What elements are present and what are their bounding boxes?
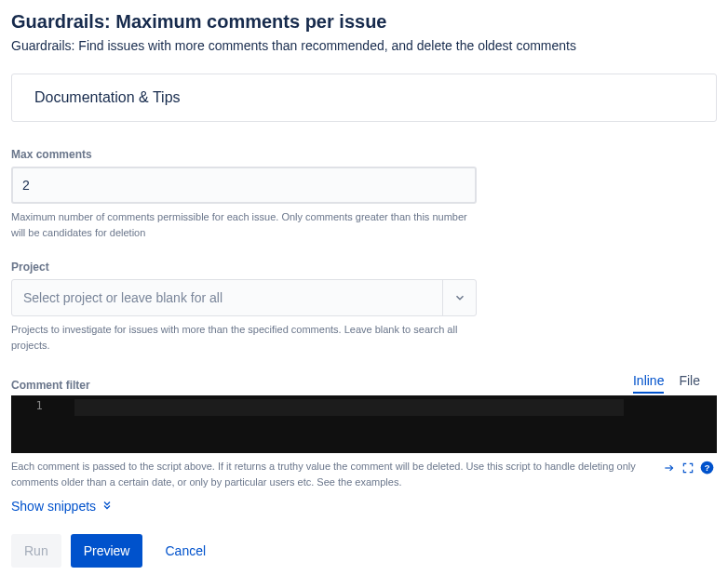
double-chevron-down-icon <box>101 499 113 514</box>
max-comments-help: Maximum number of comments permissible f… <box>11 209 477 240</box>
preview-button[interactable]: Preview <box>71 534 143 568</box>
documentation-tips-panel[interactable]: Documentation & Tips <box>11 74 717 122</box>
tab-inline[interactable]: Inline <box>633 373 664 394</box>
code-editor[interactable]: 1 <box>11 395 717 453</box>
comment-filter-label: Comment filter <box>11 379 90 392</box>
run-button: Run <box>11 534 61 568</box>
page-subtitle: Guardrails: Find issues with more commen… <box>11 38 717 53</box>
project-label: Project <box>11 261 717 274</box>
fullscreen-icon[interactable] <box>681 461 694 475</box>
chevron-down-icon <box>442 280 476 315</box>
documentation-tips-label: Documentation & Tips <box>34 89 181 105</box>
code-line[interactable] <box>74 399 624 416</box>
max-comments-label: Max comments <box>11 148 717 161</box>
show-snippets-link[interactable]: Show snippets <box>11 499 113 514</box>
comment-filter-help: Each comment is passed to the script abo… <box>11 459 654 489</box>
max-comments-input[interactable] <box>11 167 477 204</box>
cancel-button[interactable]: Cancel <box>152 534 219 568</box>
help-icon[interactable]: ? <box>700 461 714 475</box>
svg-text:?: ? <box>705 463 710 473</box>
project-select[interactable]: Select project or leave blank for all <box>11 279 477 316</box>
project-placeholder: Select project or leave blank for all <box>12 290 442 305</box>
tab-file[interactable]: File <box>679 373 700 394</box>
show-snippets-label: Show snippets <box>11 499 96 514</box>
execute-arrow-icon[interactable] <box>663 461 676 475</box>
page-title: Guardrails: Maximum comments per issue <box>11 11 717 33</box>
project-help: Projects to investigate for issues with … <box>11 322 477 353</box>
line-number: 1 <box>11 395 67 453</box>
